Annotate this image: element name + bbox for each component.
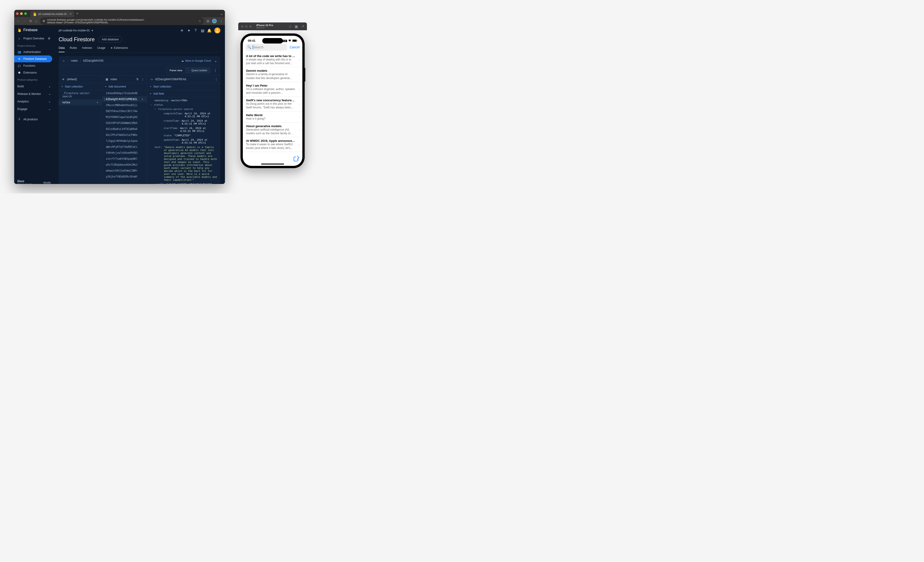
note-item[interactable]: Hey! I am PeterI'm a software engineer, … xyxy=(243,82,302,97)
panel-view-button[interactable]: Panel view xyxy=(167,68,185,73)
document-item[interactable]: y26jksfYBSd83Rv30sWY xyxy=(102,174,147,180)
start-collection-button[interactable]: +Start collection xyxy=(147,83,220,90)
notes-icon[interactable]: ▤ xyxy=(201,29,204,32)
sidebar-cat-build[interactable]: Build⌄ xyxy=(14,83,54,90)
help-icon[interactable]: ? xyxy=(194,29,198,32)
tab-extensions[interactable]: ✦Extensions xyxy=(110,46,128,52)
field-row[interactable]: startTime: April 24, 2024 at 4:55:31 PM … xyxy=(147,126,220,133)
sidebar-cat-engage[interactable]: Engage⌄ xyxy=(14,105,54,113)
new-tab-button[interactable]: + xyxy=(76,12,78,16)
more-in-cloud-link[interactable]: ☁More in Google Cloud xyxy=(181,59,211,62)
add-database-button[interactable]: Add database xyxy=(98,36,122,43)
more-menu-icon[interactable]: ⋮ xyxy=(213,68,217,73)
site-settings-icon[interactable]: ⚙ xyxy=(43,20,45,23)
document-item[interactable]: qWzv0FyKTqYl0wR8YaCc xyxy=(102,144,147,150)
field-row[interactable]: createTime: April 24, 2024 at 4:55:21 PM… xyxy=(147,119,220,126)
reload-icon[interactable]: ⟳ xyxy=(29,19,32,23)
compose-button[interactable] xyxy=(294,157,298,161)
field-row[interactable]: state: "COMPLETED" xyxy=(147,133,220,138)
theme-toggle-icon[interactable]: ☀ xyxy=(180,29,184,32)
chevron-down-icon[interactable]: ⌄ xyxy=(214,59,217,63)
tab-rules[interactable]: Rules xyxy=(70,46,77,52)
home-icon[interactable]: ⌂ xyxy=(62,59,66,63)
note-item[interactable]: Swift's new concurrency features...As Do… xyxy=(243,97,302,111)
document-item[interactable]: 243ee9h6kpv7Zzdxdo9D xyxy=(102,90,147,96)
sidebar-cat-analytics[interactable]: Analytics⌄ xyxy=(14,98,54,105)
tab-usage[interactable]: Usage xyxy=(97,46,105,52)
chevron-down-icon[interactable]: ⌄ xyxy=(220,12,223,16)
field-row[interactable]: userId: "pOeHfwsbU1ODjatMdhSPk5kTlH43" xyxy=(147,182,220,184)
profile-avatar-icon[interactable] xyxy=(212,19,217,23)
query-builder-button[interactable]: Query builder xyxy=(189,68,210,73)
forward-icon[interactable]: → xyxy=(23,19,26,23)
add-document-button[interactable]: +Add document xyxy=(102,83,147,90)
document-item[interactable]: MI4YkM6Olapw7aLWVyDZ xyxy=(102,114,147,120)
screenshot-icon[interactable]: ▣ xyxy=(294,24,298,29)
add-field-button[interactable]: +Add field xyxy=(147,90,220,98)
document-item[interactable]: ⋮6ZDaUg9t4VO5lbPREAIL› xyxy=(102,96,147,102)
field-row[interactable]: embedding: vector<768> xyxy=(147,98,220,103)
tab-close-icon[interactable]: × xyxy=(70,12,72,16)
note-item[interactable]: A lot of the code we write has to de...A… xyxy=(243,53,302,67)
sidebar-item-functions[interactable]: (·)Functions xyxy=(14,62,54,69)
external-icon[interactable]: ↗ xyxy=(301,24,304,29)
home-icon[interactable]: ⌂ xyxy=(289,24,291,29)
notes-list[interactable]: A lot of the code we write has to de...A… xyxy=(243,53,302,155)
path-collection[interactable]: notes xyxy=(71,59,78,62)
more-menu-icon[interactable]: ⋮ xyxy=(141,78,144,81)
bookmark-icon[interactable]: ☆ xyxy=(199,20,201,23)
field-row[interactable]: completeTime: April 24, 2024 at 4:55:31 … xyxy=(147,111,220,119)
cancel-button[interactable]: Cancel xyxy=(290,45,300,49)
collection-item[interactable]: _firestore-vector-search xyxy=(58,90,102,99)
document-item[interactable]: w5z7CXDqGAeuuKOe1MuJ xyxy=(102,162,147,168)
document-item[interactable]: wHaeorE0CIedtWaCIBMr xyxy=(102,168,147,174)
field-row[interactable]: text: "Gemini models Gemini is a family … xyxy=(147,145,220,182)
address-bar[interactable]: ⚙ console.firebase.google.com/project/pf… xyxy=(40,17,204,25)
home-icon[interactable]: ⌂ xyxy=(35,19,37,23)
sidebar-cat-release[interactable]: Release & Monitor⌄ xyxy=(14,90,54,98)
user-avatar[interactable] xyxy=(214,27,220,33)
document-item[interactable]: OUJsdQa6vLV4T8IqR6ak xyxy=(102,126,147,132)
document-item[interactable]: tVKnHcjvwlnhOoe09VB3 xyxy=(102,150,147,156)
window-traffic-lights[interactable] xyxy=(16,12,27,15)
start-collection-button[interactable]: +Start collection xyxy=(58,83,102,90)
browser-menu-icon[interactable]: ⋮ xyxy=(219,19,223,23)
notifications-icon[interactable]: 🔔 xyxy=(207,29,211,32)
firebase-brand[interactable]: Firebase xyxy=(14,25,54,35)
project-overview-link[interactable]: ⌂Project Overview ⚙ xyxy=(14,35,54,42)
more-menu-icon[interactable]: ⋮ xyxy=(215,78,218,81)
collection-item[interactable]: notes› xyxy=(58,99,102,105)
note-item[interactable]: One of the biggest announcements...In th… xyxy=(243,152,302,155)
document-item[interactable]: CMucncMB0a6mtHuoD2ji xyxy=(102,102,147,108)
note-item[interactable]: Gemini modelsGemini is a family of gener… xyxy=(243,67,302,82)
spark-icon[interactable]: ✦ xyxy=(187,29,190,32)
note-item[interactable]: At WWDC 2019, Apple announced...To make … xyxy=(243,137,302,152)
all-products-link[interactable]: ⠿All products xyxy=(14,116,54,123)
back-icon[interactable]: ← xyxy=(16,19,20,23)
field-row[interactable]: updateTime: April 24, 2024 at 4:55:31 PM… xyxy=(147,138,220,145)
filter-icon[interactable]: ⇅ xyxy=(136,78,139,81)
field-row[interactable]: ▾firestore-vector-search xyxy=(147,107,220,111)
document-item[interactable]: OSGYXPF4F2K6NWmS3Rbh xyxy=(102,120,147,126)
sidebar-item-extensions[interactable]: ⬢Extensions xyxy=(14,69,54,76)
sidebar-item-firestore[interactable]: ≋Firestore Database xyxy=(14,56,52,62)
path-document[interactable]: 6ZDaUg9t4VO5l xyxy=(83,59,103,62)
modify-plan-button[interactable]: Modify xyxy=(44,181,51,184)
search-input[interactable]: 🔍 Search xyxy=(246,44,287,51)
note-item[interactable]: Hello WorldHow is it going?› xyxy=(243,111,302,123)
document-item[interactable]: vzsrfrTsa6thBSpapN6l xyxy=(102,156,147,162)
project-selector[interactable]: pfr-codelab-fvs-mobile-01 ▾ xyxy=(58,29,93,32)
sidebar-item-authentication[interactable]: 👥Authentication xyxy=(14,48,54,56)
document-item[interactable]: kbJJPFafXmb5utuCFWOx xyxy=(102,132,147,138)
gear-icon[interactable]: ⚙ xyxy=(47,37,51,40)
home-indicator[interactable] xyxy=(261,164,284,164)
tab-indexes[interactable]: Indexes xyxy=(82,46,92,52)
field-row[interactable]: ▾status xyxy=(147,103,220,107)
extensions-icon[interactable]: ⊞ xyxy=(207,19,209,23)
browser-tab[interactable]: pfr-codelab-fvs-mobile-01 - × xyxy=(30,11,74,17)
document-item[interactable]: li5gqJcNtHeQmJyLkpea xyxy=(102,138,147,144)
note-item[interactable]: About generative modelsGenerative artifi… xyxy=(243,123,302,137)
document-item[interactable]: EB2Yh9xw1S6ecCBlC7Ae xyxy=(102,108,147,114)
window-traffic-lights[interactable] xyxy=(241,25,252,28)
tab-data[interactable]: Data xyxy=(58,46,64,52)
